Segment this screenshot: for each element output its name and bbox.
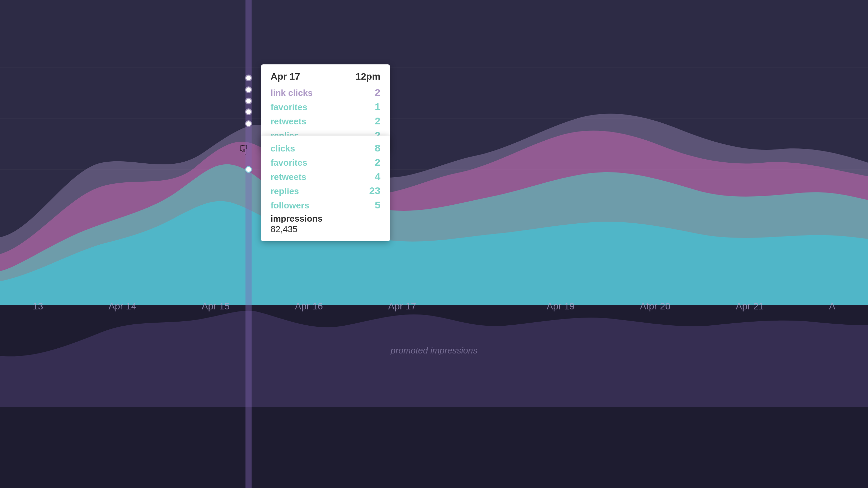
label-link-clicks: link clicks xyxy=(271,88,313,98)
date-label-apr20: Atpr 20 xyxy=(640,301,670,312)
value-replies-lower: 23 xyxy=(369,185,380,197)
date-label-a: A xyxy=(829,301,835,312)
value-retweets-lower: 4 xyxy=(375,171,380,182)
svg-rect-5 xyxy=(245,0,252,488)
dot-2 xyxy=(245,86,252,93)
date-labels-bar: 13 Apr 14 Apr 15 Apr 16 Apr 17 Apr 19 At… xyxy=(0,301,868,312)
value-retweets-upper: 2 xyxy=(375,115,380,127)
value-favorites-lower: 2 xyxy=(375,157,380,168)
value-link-clicks: 2 xyxy=(375,87,380,98)
impressions-label: impressions xyxy=(271,214,380,224)
dot-3 xyxy=(245,98,252,104)
tooltip-row-favorites-upper: favorites 1 xyxy=(271,101,380,113)
tooltip-row-retweets-upper: retweets 2 xyxy=(271,115,380,127)
label-retweets-lower: retweets xyxy=(271,172,307,182)
tooltip-lower: clicks 8 favorites 2 retweets 4 replies … xyxy=(261,136,390,241)
label-favorites-upper: favorites xyxy=(271,102,307,113)
date-label-13: 13 xyxy=(33,301,43,312)
tooltip-row-followers: followers 5 xyxy=(271,199,380,211)
dot-4 xyxy=(245,108,252,115)
date-label-apr19: Apr 19 xyxy=(547,301,575,312)
label-clicks: clicks xyxy=(271,143,295,154)
tooltip-upper-header: Apr 17 12pm xyxy=(271,71,380,82)
tooltip-date: Apr 17 xyxy=(271,71,300,82)
label-favorites-lower: favorites xyxy=(271,158,307,168)
date-label-apr21: Apr 21 xyxy=(736,301,764,312)
label-replies-lower: replies xyxy=(271,186,299,197)
dot-1 xyxy=(245,75,252,81)
tooltip-time: 12pm xyxy=(356,71,380,82)
date-label-apr16: Apr 16 xyxy=(295,301,323,312)
promo-impressions-label: promoted impressions xyxy=(391,345,477,356)
chart-background xyxy=(0,0,868,488)
impressions-section: impressions 82,435 xyxy=(271,214,380,235)
date-label-apr17: Apr 17 xyxy=(388,301,416,312)
label-followers: followers xyxy=(271,200,309,211)
value-favorites-upper: 1 xyxy=(375,101,380,113)
tooltip-row-retweets-lower: retweets 4 xyxy=(271,171,380,182)
label-retweets-upper: retweets xyxy=(271,116,307,127)
tooltip-row-clicks: clicks 8 xyxy=(271,142,380,154)
impressions-value: 82,435 xyxy=(271,224,380,235)
value-clicks: 8 xyxy=(375,142,380,154)
value-followers: 5 xyxy=(375,199,380,211)
tooltip-row-link-clicks: link clicks 2 xyxy=(271,87,380,98)
dot-5 xyxy=(245,120,252,127)
tooltip-row-favorites-lower: favorites 2 xyxy=(271,157,380,168)
date-label-apr15: Apr 15 xyxy=(202,301,230,312)
tooltip-row-replies-lower: replies 23 xyxy=(271,185,380,197)
date-label-apr14: Apr 14 xyxy=(108,301,137,312)
dot-6 xyxy=(245,166,252,173)
cursor-hand: ☟ xyxy=(239,142,248,158)
